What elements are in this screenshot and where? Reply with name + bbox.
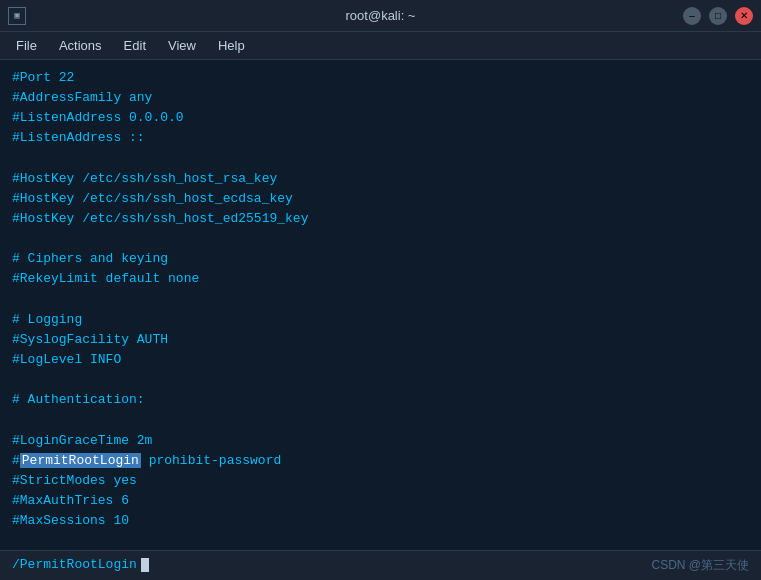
menu-actions[interactable]: Actions — [49, 35, 112, 56]
cursor — [141, 558, 149, 572]
title-bar: ▣ root@kali: ~ – □ ✕ — [0, 0, 761, 32]
terminal-line — [12, 531, 749, 550]
terminal-line — [12, 229, 749, 249]
terminal-line: #LogLevel INFO — [12, 350, 749, 370]
terminal-line — [12, 290, 749, 310]
terminal-line — [12, 149, 749, 169]
terminal-line: #StrictModes yes — [12, 471, 749, 491]
terminal-line — [12, 370, 749, 390]
menu-file[interactable]: File — [6, 35, 47, 56]
terminal-line: #ListenAddress :: — [12, 128, 749, 148]
search-bar: /PermitRootLogin — [12, 555, 149, 575]
highlighted-word: PermitRootLogin — [20, 453, 141, 468]
menu-bar: File Actions Edit View Help — [0, 32, 761, 60]
terminal-line: #SyslogFacility AUTH — [12, 330, 749, 350]
search-text: /PermitRootLogin — [12, 555, 137, 575]
close-button[interactable]: ✕ — [735, 7, 753, 25]
menu-edit[interactable]: Edit — [114, 35, 156, 56]
terminal-line: #AddressFamily any — [12, 88, 749, 108]
terminal-line: #Port 22 — [12, 68, 749, 88]
terminal-line: #HostKey /etc/ssh/ssh_host_rsa_key — [12, 169, 749, 189]
terminal-line: # Ciphers and keying — [12, 249, 749, 269]
status-bar: /PermitRootLogin CSDN @第三天使 — [0, 550, 761, 580]
terminal-line: # Logging — [12, 310, 749, 330]
terminal-line: #PermitRootLogin prohibit-password — [12, 451, 749, 471]
window-controls: – □ ✕ — [683, 7, 753, 25]
menu-help[interactable]: Help — [208, 35, 255, 56]
terminal-line: #HostKey /etc/ssh/ssh_host_ecdsa_key — [12, 189, 749, 209]
menu-view[interactable]: View — [158, 35, 206, 56]
terminal-line: #MaxSessions 10 — [12, 511, 749, 531]
maximize-button[interactable]: □ — [709, 7, 727, 25]
window-title: root@kali: ~ — [346, 8, 416, 23]
terminal-content[interactable]: #Port 22#AddressFamily any#ListenAddress… — [0, 60, 761, 550]
title-bar-left: ▣ — [8, 7, 26, 25]
terminal-line: #MaxAuthTries 6 — [12, 491, 749, 511]
terminal-line: # Authentication: — [12, 390, 749, 410]
terminal-line: #HostKey /etc/ssh/ssh_host_ed25519_key — [12, 209, 749, 229]
terminal-line — [12, 410, 749, 430]
terminal-line: #RekeyLimit default none — [12, 269, 749, 289]
watermark: CSDN @第三天使 — [651, 557, 749, 574]
terminal-line: #ListenAddress 0.0.0.0 — [12, 108, 749, 128]
terminal-line: #LoginGraceTime 2m — [12, 431, 749, 451]
app-icon: ▣ — [8, 7, 26, 25]
minimize-button[interactable]: – — [683, 7, 701, 25]
